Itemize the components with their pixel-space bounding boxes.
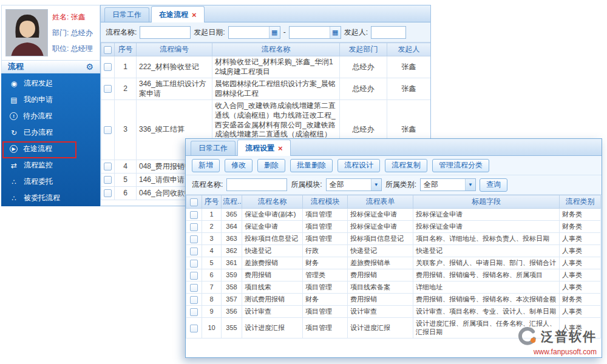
process-design-button[interactable]: 流程设计: [337, 159, 380, 172]
calendar-icon[interactable]: ▦: [330, 27, 341, 38]
table-row[interactable]: 4362快递登记行政快递登记快递登记人事类: [186, 245, 601, 257]
category-select[interactable]: 全部 ▼: [420, 178, 476, 191]
column-header[interactable]: 标题字段: [413, 195, 560, 209]
table-cell: 项目管理: [303, 209, 348, 221]
calendar-icon[interactable]: ▦: [269, 27, 280, 38]
menu-my-applications[interactable]: ▤我的申请: [1, 92, 100, 108]
profile-info: 姓名: 张鑫 部门: 总经办 职位: 总经理: [52, 9, 93, 56]
menu-item-label: 在途流程: [23, 144, 52, 154]
select-all-checkbox[interactable]: [104, 46, 112, 54]
column-header[interactable]: 流程名称: [242, 195, 303, 209]
row-checkbox[interactable]: [190, 325, 198, 332]
process-copy-button[interactable]: 流程复制: [385, 159, 427, 172]
query-button[interactable]: 查询: [480, 178, 507, 192]
table-row[interactable]: 8357测试费用报销财务费用报销费用报销、报销编号、报销名称、本次报销金额财务类: [186, 294, 601, 306]
table-row[interactable]: 2364保证金申请项目管理投标保证金申请投标保证金申请财务类: [186, 221, 601, 233]
menu-process-initiate[interactable]: ◉流程发起: [1, 75, 100, 92]
row-checkbox[interactable]: [104, 63, 112, 71]
column-header[interactable]: 流程...: [222, 195, 242, 209]
column-header[interactable]: 流程类别: [560, 195, 601, 209]
table-cell: 张鑫: [387, 56, 431, 78]
table-cell: 管理类: [303, 269, 348, 281]
chevron-down-icon[interactable]: ▼: [371, 179, 381, 190]
user-position: 职位: 总经理: [52, 44, 93, 54]
table-cell: 晨铭园林绿化工程组织设计方案_晨铭园林绿化工程: [212, 78, 340, 100]
initiator-input[interactable]: [371, 26, 406, 39]
w1-filterbar: 流程名称: 发起日期: ▦ - ▦ 发起人:: [101, 22, 430, 42]
menu-delegated-processes[interactable]: ∴被委托流程: [1, 190, 100, 206]
row-checkbox[interactable]: [190, 272, 198, 280]
table-row[interactable]: 1365保证金申请(副本)项目管理投标保证金申请投标保证金申请财务类: [186, 209, 601, 221]
menu-completed-processes[interactable]: ↻已办流程: [1, 124, 100, 141]
checkbox-cell: [186, 281, 202, 294]
row-checkbox[interactable]: [190, 248, 198, 255]
batch-delete-button[interactable]: 批量删除: [290, 159, 333, 172]
tab-daily-work[interactable]: 日常工作: [191, 141, 236, 155]
row-checkbox[interactable]: [190, 223, 198, 231]
menu-process-delegate[interactable]: ∴流程委托: [1, 174, 100, 190]
table-row[interactable]: 6359费用报销管理类费用报销费用报销、报销编号、报销名称、所属项目人事类: [186, 269, 601, 281]
tab-daily-work[interactable]: 日常工作: [104, 7, 149, 22]
checkbox-cell: [186, 209, 202, 221]
column-header[interactable]: 流程模块: [303, 195, 348, 209]
table-cell: 人事类: [560, 257, 601, 269]
document-icon: ▤: [10, 96, 18, 104]
start-date-from-input[interactable]: ▦: [228, 26, 280, 39]
user-profile: 姓名: 张鑫 部门: 总经办 职位: 总经理: [1, 5, 100, 61]
process-name-input[interactable]: [226, 178, 287, 191]
column-header[interactable]: 流程名称: [212, 43, 340, 56]
module-select[interactable]: 全部 ▼: [326, 178, 382, 191]
column-header[interactable]: 序号: [115, 43, 137, 56]
menu-process-monitor[interactable]: ⇄流程监控: [1, 157, 100, 174]
table-row[interactable]: 2346_施工组织设计方案申请晨铭园林绿化工程组织设计方案_晨铭园林绿化工程总经…: [101, 78, 431, 100]
row-checkbox[interactable]: [104, 176, 112, 184]
table-row[interactable]: 9356设计审查项目管理设计审查设计审查、项目名称、专业、设计人、制单日期人事类: [186, 306, 601, 318]
column-header[interactable]: 流程编号: [137, 43, 212, 56]
row-checkbox[interactable]: [104, 85, 112, 93]
column-header[interactable]: 发起部门: [340, 43, 387, 56]
table-cell: 张鑫: [387, 78, 431, 100]
column-header[interactable]: 发起人: [387, 43, 431, 56]
modify-button[interactable]: 修改: [225, 159, 253, 172]
tab-intransit-process[interactable]: 在途流程×: [151, 6, 205, 22]
table-cell: 投标保证金申请: [348, 209, 413, 221]
table-row[interactable]: 5361差旅费报销财务差旅费报销单关联客户、报销人、申请日期、部门、报销合计人事…: [186, 257, 601, 269]
gear-icon[interactable]: ⚙: [86, 62, 93, 72]
delete-button[interactable]: 删除: [257, 159, 285, 172]
table-cell: 差旅费报销: [242, 257, 303, 269]
tab-close-icon[interactable]: ×: [278, 144, 283, 152]
table-cell: 设计进度汇报: [348, 318, 413, 339]
select-all-checkbox[interactable]: [190, 198, 198, 206]
row-checkbox[interactable]: [190, 296, 198, 304]
table-cell: 357: [222, 294, 242, 306]
menu-pending-processes[interactable]: !待办流程: [1, 108, 100, 124]
row-checkbox[interactable]: [104, 163, 112, 170]
row-checkbox[interactable]: [190, 211, 198, 219]
table-cell: 361: [222, 257, 242, 269]
chevron-down-icon[interactable]: ▼: [465, 179, 475, 190]
table-row[interactable]: 3363投标项目信息登记项目管理投标项目信息登记项目名称、详细地址、投标负责人、…: [186, 233, 601, 245]
row-checkbox[interactable]: [104, 126, 112, 134]
column-header[interactable]: 流程表单: [348, 195, 413, 209]
row-checkbox[interactable]: [104, 189, 112, 197]
menu-intransit-processes[interactable]: ▶在途流程: [1, 141, 100, 157]
table-row[interactable]: 1222_材料验收登记材料验收登记_材料采购_张鑫_华润12城房建工程项目总经办…: [101, 56, 431, 78]
row-checkbox[interactable]: [190, 284, 198, 292]
tab-process-settings[interactable]: 流程设置×: [237, 140, 291, 156]
row-checkbox[interactable]: [190, 308, 198, 316]
process-settings-window: 日常工作流程设置× 新增修改删除批量删除流程设计流程复制管理流程分类 流程名称:…: [185, 138, 602, 358]
tab-close-icon[interactable]: ×: [192, 11, 197, 19]
manage-process-category-button[interactable]: 管理流程分类: [432, 159, 489, 172]
row-checkbox[interactable]: [190, 260, 198, 268]
table-cell: 362: [222, 245, 242, 257]
table-row[interactable]: 7358项目线索项目管理项目线索备案详细地址人事类: [186, 281, 601, 294]
process-name-input[interactable]: [140, 26, 191, 39]
table-cell: 364: [222, 221, 242, 233]
tab-label: 流程设置: [245, 143, 274, 153]
table-cell: 222_材料验收登记: [137, 56, 212, 78]
add-button[interactable]: 新增: [192, 159, 220, 172]
row-checkbox[interactable]: [190, 235, 198, 243]
start-date-to-input[interactable]: ▦: [289, 26, 341, 39]
tab-label: 日常工作: [112, 10, 141, 20]
column-header[interactable]: 序号: [202, 195, 222, 209]
